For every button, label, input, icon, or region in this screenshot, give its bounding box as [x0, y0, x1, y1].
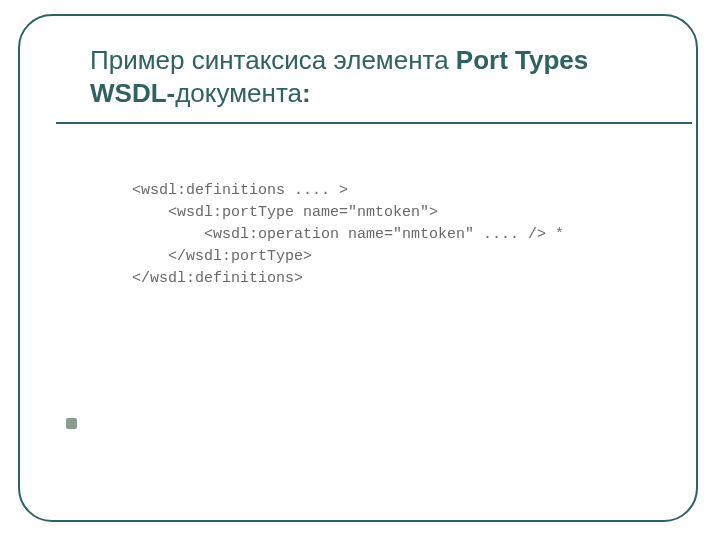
title-colon: :: [302, 78, 311, 108]
title-underline: [56, 122, 692, 124]
code-line-4: </wsdl:portType>: [132, 248, 312, 265]
title-prefix: Пример синтаксиса элемента: [90, 45, 456, 75]
code-line-3: <wsdl:operation name="nmtoken" .... /> *: [132, 226, 564, 243]
slide-frame: Пример синтаксиса элемента Port Types WS…: [18, 14, 698, 522]
title-suffix: документа: [175, 78, 302, 108]
code-line-1: <wsdl:definitions .... >: [132, 182, 348, 199]
bullet-icon: [66, 418, 77, 429]
slide-title: Пример синтаксиса элемента Port Types WS…: [90, 44, 670, 109]
code-example: <wsdl:definitions .... > <wsdl:portType …: [132, 180, 564, 290]
code-line-5: </wsdl:definitions>: [132, 270, 303, 287]
code-line-2: <wsdl:portType name="nmtoken">: [132, 204, 438, 221]
